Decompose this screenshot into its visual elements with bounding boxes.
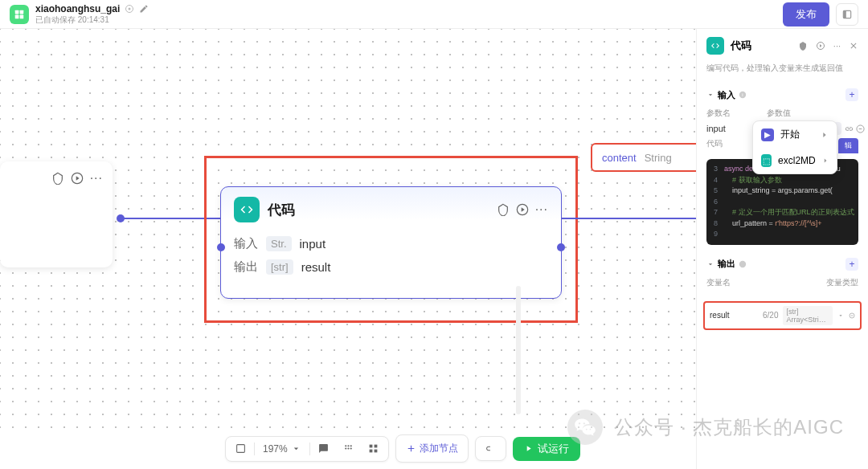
dropdown-item-start[interactable]: ▶ 开始: [753, 121, 837, 148]
svg-point-21: [347, 447, 349, 449]
col-param-value: 参数值: [767, 108, 791, 119]
play-icon[interactable]: [816, 41, 825, 51]
svg-point-18: [347, 445, 349, 447]
input-label: 输入: [234, 236, 258, 251]
svg-rect-3: [20, 14, 24, 18]
tooltip-type: String: [645, 152, 672, 164]
svg-point-17: [345, 445, 346, 447]
publish-button[interactable]: 发布: [783, 2, 829, 27]
node-icon: ⬚: [761, 154, 772, 167]
code-node[interactable]: 代码 ··· 输入 Str. input 输出 [str] result: [220, 186, 562, 299]
chevron-down-icon[interactable]: [837, 312, 844, 320]
svg-point-22: [350, 447, 351, 449]
output-section: 输出 + 变量名 变量类型: [697, 251, 868, 298]
code-icon: [706, 37, 724, 55]
more-icon[interactable]: ···: [535, 202, 548, 217]
svg-point-19: [350, 445, 351, 447]
tooltip-key: content: [602, 152, 637, 164]
debug-icon[interactable]: [51, 172, 64, 185]
start-icon: ▶: [761, 128, 774, 141]
col-param-name: 参数名: [706, 108, 767, 119]
node-title: 代码: [268, 201, 489, 219]
add-input-button[interactable]: +: [845, 88, 858, 101]
svg-rect-24: [374, 445, 377, 448]
debug-icon[interactable]: [497, 203, 510, 216]
col-var-name: 变量名: [706, 277, 767, 288]
output-var-name[interactable]: result: [710, 311, 758, 320]
output-label: 输出: [234, 259, 258, 275]
svg-rect-0: [15, 10, 19, 14]
status-icon: [125, 4, 134, 14]
svg-rect-2: [15, 14, 19, 18]
input-type-badge: Str.: [266, 236, 292, 251]
delete-icon[interactable]: [849, 312, 855, 320]
header: xiaohoanghsu_gai 已自动保存 20:14:31 发布: [0, 0, 868, 29]
more-icon[interactable]: ···: [90, 171, 103, 186]
tool-grid[interactable]: [337, 440, 360, 457]
svg-point-14: [739, 260, 746, 267]
delete-icon[interactable]: [856, 124, 865, 133]
edge-1: [121, 218, 220, 219]
tool-comment[interactable]: [312, 440, 335, 457]
port-out[interactable]: [557, 243, 565, 251]
svg-rect-1: [20, 10, 24, 14]
header-menu-button[interactable]: [836, 3, 858, 26]
title-area: xiaohoanghsu_gai 已自动保存 20:14:31: [35, 3, 149, 26]
col-var-type: 变量类型: [826, 277, 858, 288]
run-button[interactable]: 试运行: [513, 437, 580, 461]
source-dropdown: ▶ 开始 ⬚ excl2MD: [752, 120, 837, 174]
add-node-button[interactable]: 添加节点: [399, 438, 465, 459]
chevron-right-icon: [822, 157, 829, 165]
tool-link[interactable]: [479, 440, 502, 457]
inspector-panel: 代码 ··· 编写代码，处理输入变量来生成返回值 输入 i + 参数名 参数值 …: [696, 29, 868, 469]
edit-icon[interactable]: [139, 4, 149, 14]
play-icon[interactable]: [516, 203, 529, 216]
svg-rect-23: [369, 445, 372, 448]
project-title: xiaohoanghsu_gai: [35, 3, 120, 14]
output-type[interactable]: [str] Array<Stri…: [783, 306, 832, 325]
scrollbar[interactable]: [516, 286, 521, 414]
chevron-down-icon: [706, 91, 714, 99]
edge-2: [562, 218, 696, 219]
section-title: 输入: [718, 89, 735, 101]
input-name: input: [300, 237, 326, 251]
dropdown-label: 开始: [780, 128, 800, 141]
bottom-toolbar: 197% 添加节点 试运行: [225, 434, 580, 463]
close-icon[interactable]: [849, 41, 858, 51]
svg-rect-16: [237, 445, 245, 453]
section-header-output[interactable]: 输出 +: [706, 258, 858, 271]
app-icon[interactable]: [10, 5, 29, 24]
chevron-right-icon: [821, 131, 829, 139]
svg-point-20: [345, 447, 346, 449]
section-title: 输出: [718, 258, 735, 270]
svg-rect-26: [374, 450, 377, 453]
info-icon: [739, 260, 747, 268]
dropdown-item-excl2md[interactable]: ⬚ excl2MD: [753, 148, 837, 173]
port-in[interactable]: [217, 243, 225, 251]
zoom-level[interactable]: 197%: [256, 440, 308, 458]
more-icon[interactable]: ···: [833, 41, 841, 51]
link-icon[interactable]: [845, 124, 854, 133]
output-type-badge: [str]: [266, 259, 293, 275]
edit-badge[interactable]: 辑: [838, 138, 858, 153]
section-header-input[interactable]: 输入 i +: [706, 88, 858, 101]
debug-icon[interactable]: [798, 41, 808, 51]
canvas[interactable]: ··· 代码 ··· 输入 Str. input 输出: [0, 29, 696, 437]
svg-rect-7: [843, 10, 846, 18]
autosave-text: 已自动保存 20:14:31: [35, 14, 149, 26]
dropdown-label: excl2MD: [778, 155, 816, 166]
chevron-down-icon: [706, 260, 714, 268]
svg-rect-25: [369, 450, 372, 453]
panel-description: 编写代码，处理输入变量来生成返回值: [697, 63, 868, 82]
output-row-highlight: result 6/20 [str] Array<Stri…: [703, 301, 862, 330]
output-name: result: [301, 260, 331, 274]
info-icon: i: [739, 91, 747, 99]
fit-view-button[interactable]: [229, 440, 252, 457]
previous-node[interactable]: ···: [0, 161, 113, 267]
play-icon[interactable]: [71, 172, 84, 185]
header-left: xiaohoanghsu_gai 已自动保存 20:14:31: [10, 3, 149, 26]
tool-layout[interactable]: [362, 440, 385, 457]
code-icon: [234, 197, 260, 222]
add-output-button[interactable]: +: [845, 258, 858, 271]
svg-point-5: [129, 7, 131, 10]
